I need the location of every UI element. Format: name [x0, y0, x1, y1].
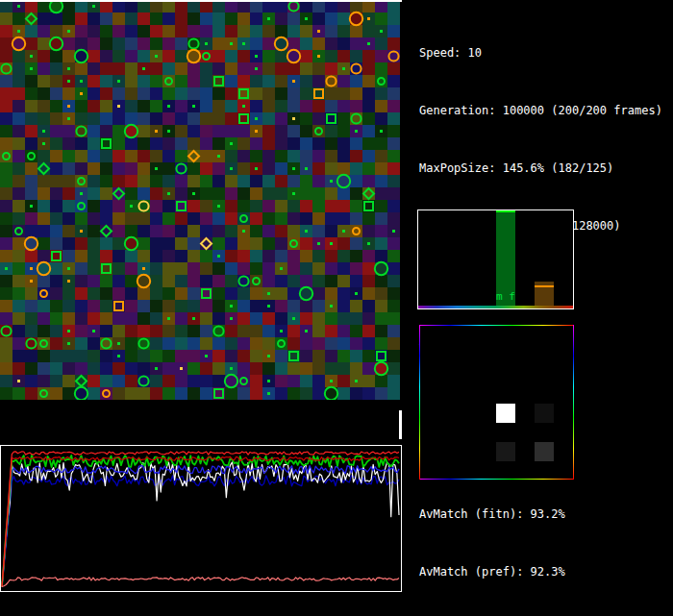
matrix-cell-0-1	[535, 404, 554, 423]
histogram-bar-marker	[535, 285, 554, 287]
stat-avmatch-fitn: AvMatch (fitn): 93.2%	[419, 505, 662, 524]
species-hue-axis	[418, 306, 573, 308]
world-grid-canvas	[0, 0, 400, 400]
timeseries-canvas	[1, 446, 401, 591]
matrix-cell-1-0	[496, 442, 515, 461]
matrix-cell-0-0	[496, 404, 515, 423]
matrix-border-right	[573, 325, 574, 480]
stat-maxpopsize: MaxPopSize: 145.6% (182/125)	[419, 159, 662, 178]
histogram-bar-species-brown	[535, 282, 554, 306]
histogram-bar-species-green: m f	[496, 210, 515, 306]
matrix-border-left	[419, 325, 420, 480]
mating-matrix-panel	[419, 325, 574, 480]
alife-simulator-window: Speed: 10 Generation: 100000 (200/200 fr…	[0, 0, 673, 616]
frame-scrubber-thumb[interactable]	[399, 410, 402, 439]
matrix-cell-1-1	[535, 442, 554, 461]
population-histogram-panel: m f	[417, 209, 574, 309]
frame-scrubber-track[interactable]	[0, 0, 402, 2]
stat-generation: Generation: 100000 (200/200 frames)	[419, 101, 662, 120]
bar-label-mf: m f	[496, 291, 515, 302]
histogram-bar-cap	[496, 210, 515, 212]
stat-avmatch-pref: AvMatch (pref): 92.3%	[419, 562, 662, 581]
timeseries-panel	[0, 445, 402, 592]
matrix-border-top	[419, 325, 574, 326]
stat-speed: Speed: 10	[419, 43, 662, 62]
matrix-border-bottom	[419, 479, 574, 480]
stats-panel: Speed: 10 Generation: 100000 (200/200 fr…	[419, 5, 662, 616]
